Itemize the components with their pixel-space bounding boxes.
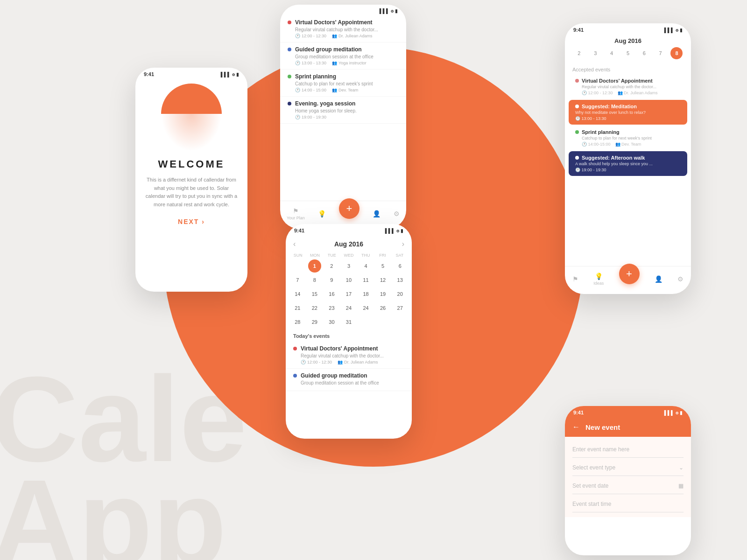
welcome-glow xyxy=(161,114,222,151)
event-date-input[interactable]: Set event date ▦ xyxy=(572,478,684,494)
cal-day-7[interactable]: 7 xyxy=(291,273,304,287)
event-name-placeholder: Enter event name here xyxy=(572,446,629,453)
cal-day-13[interactable]: 13 xyxy=(394,273,407,287)
cal-day-18[interactable]: 18 xyxy=(359,287,373,301)
cal-day-26[interactable]: 26 xyxy=(376,301,389,315)
welcome-sun-graphic xyxy=(161,84,222,114)
cal-day-3[interactable]: 3 xyxy=(342,259,355,273)
prev-month-button[interactable]: ‹ xyxy=(293,240,296,248)
cal-day-21[interactable]: 21 xyxy=(291,301,304,315)
cal-day-8[interactable]: 8 xyxy=(308,273,321,287)
nav-plan[interactable]: ⚑ Your Plan xyxy=(287,207,305,220)
cal-day-23[interactable]: 23 xyxy=(325,301,338,315)
day-5[interactable]: 5 xyxy=(622,47,634,59)
filter-icon: ⚙ xyxy=(677,275,684,283)
day-3[interactable]: 3 xyxy=(589,47,601,59)
accepted-event-navy[interactable]: Suggested: Afteroon walk A walk should h… xyxy=(569,151,687,176)
cal-day-27[interactable]: 27 xyxy=(394,301,407,315)
cal-day-24[interactable]: 24 xyxy=(342,301,355,315)
event-dot xyxy=(288,21,291,24)
event-dot xyxy=(293,347,297,350)
event-type-select[interactable]: Select event type ⌄ xyxy=(572,460,684,476)
ideas-label: Ideas xyxy=(593,281,604,286)
accepted-event-plain-1[interactable]: Virtual Doctors' Appointment Regular vir… xyxy=(569,75,687,98)
cal-day-16[interactable]: 16 xyxy=(325,287,338,301)
cal-day-31[interactable]: 31 xyxy=(342,315,355,329)
nav-settings[interactable]: ⚙ xyxy=(677,275,684,283)
event-item-1[interactable]: Virtual Doctors' Appointment Regular vir… xyxy=(280,15,406,42)
event-item-2[interactable]: Guided group meditation Group meditation… xyxy=(280,42,406,70)
day-6[interactable]: 6 xyxy=(638,47,650,59)
cal-day-11[interactable]: 11 xyxy=(359,273,373,287)
clock-icon: 🕐 12:00 - 12:30 xyxy=(582,91,613,95)
cal-day-14[interactable]: 14 xyxy=(291,287,304,301)
add-event-fab[interactable]: + xyxy=(339,198,359,219)
cal-day-28[interactable]: 28 xyxy=(291,315,304,329)
chevron-down-icon: ⌄ xyxy=(679,464,684,471)
welcome-description: This is a differnet kind of callendar fr… xyxy=(145,176,238,209)
cal-day-empty xyxy=(289,259,306,273)
nav-flag[interactable]: ⚑ xyxy=(572,275,578,283)
event-name-input[interactable]: Enter event name here xyxy=(572,441,684,458)
nav-profile[interactable]: 👤 xyxy=(373,210,381,217)
event-dot xyxy=(288,75,291,78)
signal-icon: ▌▌▌ xyxy=(664,28,674,33)
signal-icon: ▌▌▌ xyxy=(221,72,231,77)
wifi-icon: ⌾ xyxy=(676,28,678,33)
profile-icon: 👤 xyxy=(373,210,381,217)
cal-day-10[interactable]: 10 xyxy=(342,273,355,287)
new-event-header: ← New event xyxy=(565,417,691,437)
flag-icon: ⚑ xyxy=(293,207,299,215)
event-subtitle: Group meditation session at the office xyxy=(301,380,404,385)
calendar-phone: 9:41 ▌▌▌ ⌾ ▮ ‹ Aug 2016 › SUN MON TUE WE… xyxy=(286,224,412,439)
weekday-wed: WED xyxy=(340,253,357,258)
nav-ideas[interactable]: 💡 Ideas xyxy=(593,273,604,286)
cal-day-5[interactable]: 5 xyxy=(376,259,389,273)
event-item-4[interactable]: Evening. yoga session Home yoga session … xyxy=(280,97,406,124)
add-event-fab[interactable]: + xyxy=(619,264,640,284)
cal-day-6[interactable]: 6 xyxy=(394,259,407,273)
event-title-text: Suggested: Afteroon walk xyxy=(582,155,645,161)
accepted-days-row: 2 3 4 5 6 7 8 xyxy=(565,47,691,63)
cal-day-1[interactable]: 1 xyxy=(308,259,321,273)
cal-day-17[interactable]: 17 xyxy=(342,287,355,301)
accepted-event-orange[interactable]: Suggested: Meditation Why not meditate o… xyxy=(569,100,687,125)
signal-icon: ▌▌▌ xyxy=(385,228,395,233)
nav-settings[interactable]: ⚙ xyxy=(394,210,400,217)
cal-day-9[interactable]: 9 xyxy=(325,273,338,287)
events-status-bar: ▌▌▌ ⌾ ▮ xyxy=(280,5,406,15)
cal-day-29[interactable]: 29 xyxy=(308,315,321,329)
cal-day-15[interactable]: 15 xyxy=(308,287,321,301)
day-7[interactable]: 7 xyxy=(655,47,667,59)
cal-day-2[interactable]: 2 xyxy=(325,259,338,273)
day-2[interactable]: 2 xyxy=(573,47,585,59)
day-8-today[interactable]: 8 xyxy=(670,47,683,59)
nav-profile[interactable]: 👤 xyxy=(655,275,662,283)
cal-day-30[interactable]: 30 xyxy=(325,315,338,329)
event-meta: 🕐19:00 - 19:30 xyxy=(295,115,399,119)
cal-day-4[interactable]: 4 xyxy=(359,259,373,273)
today-event-2[interactable]: Guided group meditation Group meditation… xyxy=(286,369,412,391)
calendar-icon: ▦ xyxy=(678,483,684,489)
next-month-button[interactable]: › xyxy=(402,240,404,248)
cal-day-22[interactable]: 22 xyxy=(308,301,321,315)
back-button[interactable]: ← xyxy=(572,423,580,431)
cal-day-19[interactable]: 19 xyxy=(376,287,389,301)
event-item-3[interactable]: Sprint planning Catchup to plan for next… xyxy=(280,70,406,97)
background-text: Cale App xyxy=(0,368,247,560)
battery-icon: ▮ xyxy=(680,410,683,415)
welcome-phone: 9:41 ▌▌▌ ⌾ ▮ WELCOME This is a differnet… xyxy=(135,68,247,292)
accepted-event-plain-3[interactable]: Sprint planning Catchup to plan for next… xyxy=(569,126,687,149)
event-desc: Regular virutal catchup with the doctor.… xyxy=(582,84,681,89)
next-button[interactable]: NEXT › xyxy=(178,218,205,225)
accepted-status-bar: 9:41 ▌▌▌ ⌾ ▮ xyxy=(565,23,691,35)
cal-day-20[interactable]: 20 xyxy=(394,287,407,301)
today-event-1[interactable]: Virtual Doctors' Appointment Regular vir… xyxy=(286,342,412,369)
day-4[interactable]: 4 xyxy=(606,47,618,59)
event-time: 🕐 19:00 - 19:30 xyxy=(575,168,681,172)
cal-day-25[interactable]: 24 xyxy=(359,301,373,315)
battery-icon: ▮ xyxy=(236,72,239,77)
nav-ideas[interactable]: 💡 xyxy=(318,210,326,217)
event-time-input[interactable]: Event start time xyxy=(572,496,684,512)
cal-day-12[interactable]: 12 xyxy=(376,273,389,287)
